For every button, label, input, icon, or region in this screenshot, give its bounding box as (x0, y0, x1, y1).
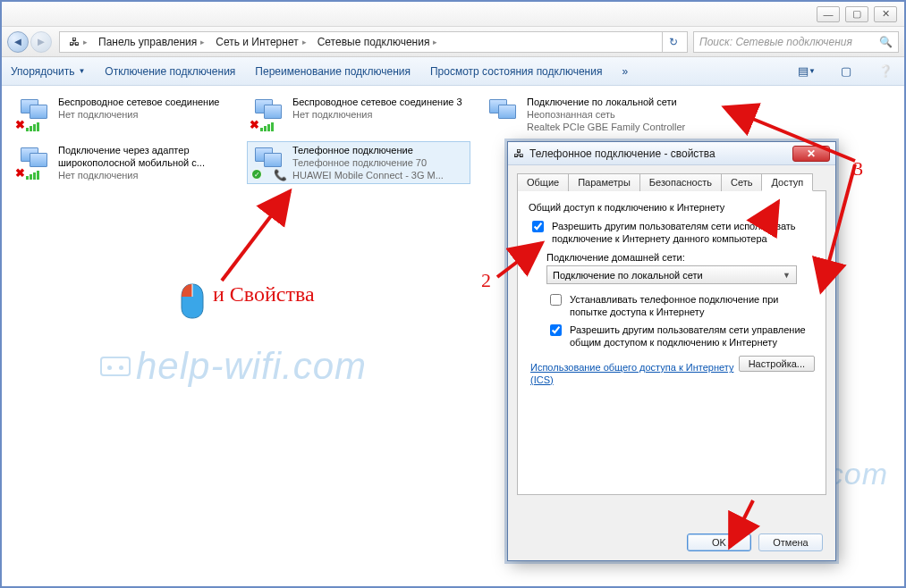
connection-name: Беспроводное сетевое соединение (58, 96, 219, 108)
toolbar-overflow[interactable]: » (622, 65, 628, 78)
close-button[interactable]: ✕ (874, 6, 897, 22)
ok-button[interactable]: OK (687, 533, 751, 551)
search-icon: 🔍 (879, 36, 893, 48)
preview-pane-button[interactable]: ▢ (836, 63, 856, 80)
connection-status: Телефонное подключение 70 (292, 156, 444, 169)
ics-help-link[interactable]: Использование общего доступа к Интернету… (530, 361, 739, 386)
settings-button[interactable]: Настройка... (739, 356, 815, 372)
network-icon: ✖ (250, 96, 287, 133)
connection-status: Нет подключения (58, 108, 219, 121)
maximize-button[interactable]: ▢ (845, 6, 868, 22)
tab-security[interactable]: Безопасность (639, 173, 722, 191)
connection-name: Подключение через адаптер широкополосной… (58, 144, 233, 169)
breadcrumb-item-1[interactable]: Сеть и Интернет ▸ (210, 36, 311, 48)
view-options-button[interactable]: ▤▼ (797, 63, 817, 80)
connection-device: HUAWEI Mobile Connect - 3G M... (292, 169, 444, 181)
allow-sharing-checkbox[interactable] (532, 221, 544, 232)
watermark: help-wifi.com (100, 345, 367, 388)
view-status-button[interactable]: Просмотр состояния подключения (430, 65, 602, 78)
tab-network[interactable]: Сеть (721, 173, 762, 191)
connection-item-broadband[interactable]: ✖ Подключение через адаптер широкополосн… (13, 141, 236, 184)
network-icon: ✓ 📞 (250, 144, 287, 181)
connection-name: Беспроводное сетевое соединение 3 (292, 96, 462, 108)
dialog-tabstrip: Общие Параметры Безопасность Сеть Доступ (517, 172, 826, 191)
nav-forward-button[interactable]: ► (30, 31, 52, 53)
connection-status: Нет подключения (292, 108, 462, 121)
breadcrumb-item-2[interactable]: Сетевые подключения ▸ (312, 36, 444, 48)
sharing-section-title: Общий доступ к подключению к Интернету (529, 202, 815, 213)
dial-on-demand-checkbox[interactable] (550, 294, 562, 306)
network-icon: ✖ (15, 144, 53, 181)
connection-item-lan[interactable]: Подключение по локальной сети Неопознанн… (481, 93, 705, 136)
home-network-value: Подключение по локальной сети (553, 270, 703, 281)
window-titlebar: ― ▢ ✕ (2, 2, 904, 27)
properties-dialog: 🖧 Телефонное подключение - свойства ✕ Об… (507, 141, 836, 561)
network-icon: ✖ (15, 96, 53, 133)
rename-connection-button[interactable]: Переименование подключения (255, 65, 411, 78)
allow-control-label: Разрешить другим пользователям сети упра… (570, 323, 815, 349)
minimize-button[interactable]: ― (817, 6, 840, 22)
connection-name: Телефонное подключение (292, 144, 444, 156)
network-icon (484, 96, 521, 133)
allow-sharing-label: Разрешить другим пользователям сети испо… (552, 220, 815, 245)
chevron-down-icon: ▼ (783, 271, 791, 280)
allow-control-checkbox[interactable] (550, 324, 562, 336)
command-toolbar: Упорядочить ▼ Отключение подключения Пер… (2, 57, 904, 86)
connection-device: Realtek PCIe GBE Family Controller (527, 121, 685, 133)
cancel-button[interactable]: Отмена (758, 533, 823, 551)
connection-item-wireless-3[interactable]: ✖ Беспроводное сетевое соединение 3 Нет … (247, 93, 470, 136)
home-network-label: Подключение домашней сети: (546, 252, 815, 263)
annotation-number-2: 2 (481, 269, 491, 292)
connection-status: Неопознанная сеть (527, 108, 685, 121)
breadcrumb-root-icon[interactable]: 🖧 ▸ (64, 36, 93, 48)
tab-sharing[interactable]: Доступ (761, 173, 813, 191)
dialog-close-button[interactable]: ✕ (792, 146, 830, 162)
address-bar: ◄ ► 🖧 ▸ Панель управления ▸ Сеть и Интер… (2, 27, 904, 57)
help-button[interactable]: ❔ (876, 63, 895, 80)
dial-on-demand-label: Устанавливать телефонное подключение при… (570, 293, 815, 318)
refresh-button[interactable]: ↻ (662, 32, 683, 52)
home-network-dropdown[interactable]: Подключение по локальной сети ▼ (546, 265, 797, 284)
dialog-title-text: Телефонное подключение - свойства (529, 147, 715, 160)
dialog-titlebar: 🖧 Телефонное подключение - свойства ✕ (508, 142, 835, 165)
connection-name: Подключение по локальной сети (527, 96, 685, 108)
organize-menu[interactable]: Упорядочить ▼ (11, 65, 85, 78)
connection-item-phone[interactable]: ✓ 📞 Телефонное подключение Телефонное по… (247, 141, 470, 184)
search-placeholder: Поиск: Сетевые подключения (699, 36, 852, 48)
dialog-icon: 🖧 (513, 147, 524, 160)
disable-connection-button[interactable]: Отключение подключения (105, 65, 235, 78)
mouse-icon (179, 282, 206, 320)
search-input[interactable]: Поиск: Сетевые подключения 🔍 (693, 31, 899, 53)
annotation-properties-hint: и Свойства (213, 282, 315, 307)
annotation-number-3: 3 (853, 157, 863, 181)
nav-back-button[interactable]: ◄ (7, 31, 29, 53)
breadcrumb[interactable]: 🖧 ▸ Панель управления ▸ Сеть и Интернет … (59, 31, 688, 53)
tab-general[interactable]: Общие (517, 173, 569, 191)
breadcrumb-item-0[interactable]: Панель управления ▸ (93, 36, 210, 48)
connection-item-wireless-1[interactable]: ✖ Беспроводное сетевое соединение Нет по… (13, 93, 236, 136)
tab-parameters[interactable]: Параметры (568, 173, 640, 191)
tab-sharing-panel: Общий доступ к подключению к Интернету Р… (517, 191, 826, 495)
connection-status: Нет подключения (58, 169, 233, 181)
